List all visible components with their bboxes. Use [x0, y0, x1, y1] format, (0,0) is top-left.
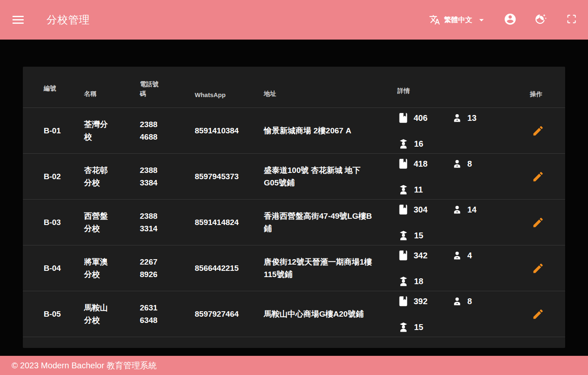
branch-whatsapp: 8566442215: [195, 264, 249, 273]
table-row: B-01 荃灣分校 2388 4688 8591410384 愉景新城商場 2樓…: [23, 108, 565, 153]
branch-details: 418 8: [397, 154, 522, 199]
branch-whatsapp: 8591414824: [195, 218, 249, 227]
header-address: 地址: [264, 89, 372, 98]
book-count: 304: [414, 205, 427, 215]
person-stat: 14: [452, 204, 476, 215]
person-icon: [452, 250, 463, 261]
branch-name: 將軍澳分校: [84, 256, 110, 280]
branch-phone: 2388 3384: [140, 164, 164, 189]
pencil-icon: [532, 216, 544, 229]
graduate-stat: 15: [397, 321, 423, 333]
book-count: 406: [414, 113, 427, 123]
person-stat: 13: [452, 112, 476, 124]
branch-phone: 2631 6348: [140, 302, 164, 326]
book-stat: 406: [397, 112, 452, 124]
account-circle-icon: [504, 12, 517, 28]
branch-actions: [526, 122, 565, 139]
branch-actions: [526, 260, 565, 277]
account-button[interactable]: [504, 12, 517, 28]
branch-name: 馬鞍山分校: [84, 302, 110, 326]
branch-address: 愉景新城商場 2樓2067 A: [264, 125, 372, 137]
menu-icon[interactable]: [12, 13, 27, 27]
graduate-stat: 15: [397, 230, 423, 242]
pencil-icon: [532, 262, 544, 275]
pencil-icon: [532, 308, 544, 320]
person-icon: [452, 158, 463, 170]
person-count: 4: [467, 251, 472, 260]
graduate-count: 15: [414, 322, 423, 332]
graduate-icon: [397, 184, 409, 196]
book-count: 342: [414, 251, 427, 260]
appbar: 分校管理 繁體中文: [0, 0, 588, 40]
book-stat: 342: [397, 250, 452, 261]
branch-phone: 2388 3314: [140, 210, 164, 235]
branch-name: 杏花邨分校: [84, 164, 110, 189]
graduate-icon: [397, 275, 409, 288]
header-details: 詳情: [397, 67, 522, 98]
branch-address: 馬鞍山中心商場G樓A20號鋪: [264, 308, 372, 320]
edit-button[interactable]: [530, 260, 546, 277]
branch-id: B-05: [44, 310, 84, 319]
branch-address: 香港西營盤高街47-49號LG樓B鋪: [264, 210, 372, 235]
header-id: 編號: [44, 85, 84, 92]
branch-details: 304 14: [397, 200, 522, 245]
graduate-stat: 16: [397, 138, 423, 150]
graduate-icon: [397, 321, 409, 333]
branch-name: 荃灣分校: [84, 118, 110, 143]
book-icon: [397, 250, 409, 261]
edit-button[interactable]: [530, 168, 546, 185]
graduate-count: 16: [414, 139, 423, 149]
person-stat: 8: [452, 296, 472, 307]
table-row: B-03 西營盤分校 2388 3314 8591414824 香港西營盤高街4…: [23, 199, 565, 245]
appbar-actions: 繁體中文: [429, 12, 577, 28]
copyright-text: © 2023 Modern Bachelor 教育管理系統: [12, 360, 156, 371]
header-whatsapp: WhatsApp: [195, 91, 249, 98]
pencil-icon: [532, 170, 544, 183]
person-icon: [452, 296, 463, 307]
book-count: 418: [414, 159, 427, 169]
branch-table-card: 編號 名稱 電話號碼 WhatsApp 地址 詳情 操作 B-01 荃灣分校 2…: [23, 67, 565, 348]
graduate-count: 15: [414, 231, 423, 240]
branch-id: B-04: [44, 264, 84, 273]
graduate-icon: [397, 230, 409, 242]
person-count: 8: [467, 297, 472, 306]
branch-actions: [526, 214, 565, 231]
table-header-row: 編號 名稱 電話號碼 WhatsApp 地址 詳情 操作: [23, 67, 565, 108]
book-icon: [397, 295, 409, 307]
branch-details: 406 13: [397, 108, 522, 153]
book-icon: [397, 158, 409, 170]
graduate-icon: [397, 138, 409, 150]
book-icon: [397, 204, 409, 215]
person-icon: [452, 204, 463, 215]
graduate-count: 18: [414, 277, 423, 286]
dark-mode-button[interactable]: [534, 13, 547, 27]
pencil-icon: [532, 125, 544, 137]
branch-address: 盛泰道100號 杏花新城 地下 G05號鋪: [264, 164, 372, 189]
edit-button[interactable]: [530, 306, 546, 322]
fullscreen-button[interactable]: [566, 13, 577, 26]
book-stat: 304: [397, 204, 452, 215]
branch-id: B-01: [44, 126, 84, 135]
language-selector[interactable]: 繁體中文: [429, 14, 487, 25]
table-row: B-04 將軍澳分校 2267 8926 8566442215 唐俊街12號天晉…: [23, 245, 565, 291]
branch-id: B-02: [44, 172, 84, 181]
book-stat: 392: [397, 295, 452, 307]
header-name: 名稱: [84, 89, 110, 98]
language-label: 繁體中文: [444, 15, 472, 25]
person-stat: 8: [452, 158, 472, 170]
book-count: 392: [414, 297, 427, 306]
graduate-stat: 11: [397, 184, 423, 196]
fullscreen-icon: [566, 13, 577, 26]
branch-phone: 2388 4688: [140, 118, 164, 143]
book-icon: [397, 112, 409, 124]
graduate-stat: 18: [397, 275, 423, 288]
edit-button[interactable]: [530, 122, 546, 139]
branch-whatsapp: 8591410384: [195, 126, 249, 135]
branch-actions: [526, 168, 565, 185]
table-row: B-02 杏花邨分校 2388 3384 8597945373 盛泰道100號 …: [23, 153, 565, 199]
edit-button[interactable]: [530, 214, 546, 231]
table-row: B-05 馬鞍山分校 2631 6348 8597927464 馬鞍山中心商場G…: [23, 291, 565, 337]
person-count: 8: [467, 159, 472, 169]
branch-whatsapp: 8597927464: [195, 310, 249, 319]
chevron-down-icon: [476, 15, 487, 25]
